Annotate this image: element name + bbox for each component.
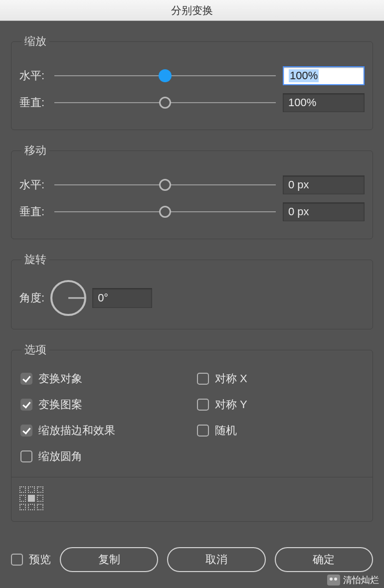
rotate-angle-input[interactable]: 0°: [92, 288, 152, 308]
move-horizontal-thumb[interactable]: [159, 179, 171, 191]
move-vertical-input[interactable]: 0 px: [283, 202, 365, 221]
move-vertical-row: 垂直: 0 px: [19, 201, 365, 223]
scale-horizontal-label: 水平:: [19, 68, 51, 83]
checkbox-icon: [20, 373, 32, 385]
checkbox-transform-objects[interactable]: 变换对象: [20, 371, 187, 386]
scale-vertical-label: 垂直:: [19, 95, 51, 110]
checkbox-icon: [20, 399, 32, 411]
checkbox-icon: [20, 450, 32, 462]
checkbox-preview[interactable]: 预览: [11, 552, 51, 567]
checkbox-icon: [197, 373, 209, 385]
scale-vertical-row: 垂直: 100%: [19, 92, 365, 114]
options-legend: 选项: [21, 342, 49, 357]
checkbox-transform-patterns[interactable]: 变换图案: [20, 397, 187, 412]
scale-horizontal-slider[interactable]: [54, 70, 276, 82]
copy-button[interactable]: 复制: [60, 547, 158, 572]
scale-horizontal-input[interactable]: 100%: [283, 66, 365, 85]
reference-point-selector[interactable]: [19, 486, 43, 510]
move-horizontal-slider[interactable]: [54, 179, 276, 191]
rotate-angle-label: 角度:: [19, 291, 44, 305]
checkbox-icon: [11, 554, 23, 566]
dialog-footer: 预览 复制 取消 确定: [0, 547, 384, 572]
scale-group: 缩放 水平: 100% 垂直: 100%: [11, 34, 373, 130]
checkbox-icon: [20, 425, 32, 437]
move-horizontal-input[interactable]: 0 px: [283, 175, 365, 194]
move-horizontal-row: 水平: 0 px: [19, 174, 365, 196]
checkbox-icon: [197, 425, 209, 437]
move-horizontal-label: 水平:: [19, 177, 51, 192]
checkbox-scale-corners[interactable]: 缩放圆角: [20, 449, 187, 464]
window-title: 分别变换: [171, 3, 213, 17]
wechat-icon: [327, 575, 340, 586]
cancel-button[interactable]: 取消: [167, 547, 265, 572]
move-vertical-slider[interactable]: [54, 206, 276, 218]
scale-horizontal-thumb[interactable]: [159, 69, 172, 82]
scale-legend: 缩放: [21, 34, 49, 49]
checkbox-random[interactable]: 随机: [197, 423, 364, 438]
checkbox-reflect-x[interactable]: 对称 X: [197, 371, 364, 386]
move-group: 移动 水平: 0 px 垂直: 0 px: [11, 143, 373, 239]
rotate-angle-dial[interactable]: [50, 280, 86, 316]
reference-point-center-icon[interactable]: [28, 495, 34, 501]
checkbox-icon: [197, 399, 209, 411]
divider: [11, 477, 373, 477]
scale-vertical-slider[interactable]: [54, 97, 276, 109]
rotate-legend: 旋转: [21, 252, 49, 267]
scale-vertical-input[interactable]: 100%: [283, 93, 365, 112]
ok-button[interactable]: 确定: [275, 547, 373, 572]
scale-horizontal-row: 水平: 100%: [19, 65, 365, 87]
move-legend: 移动: [21, 143, 49, 158]
move-vertical-label: 垂直:: [19, 204, 51, 219]
watermark: 清怡灿烂: [327, 574, 379, 586]
scale-vertical-thumb[interactable]: [159, 97, 171, 109]
rotate-angle-hand-icon: [68, 297, 84, 299]
rotate-group: 旋转 角度: 0°: [11, 252, 373, 329]
checkbox-reflect-y[interactable]: 对称 Y: [197, 397, 364, 412]
checkbox-scale-strokes[interactable]: 缩放描边和效果: [20, 423, 187, 438]
move-vertical-thumb[interactable]: [159, 206, 171, 218]
options-group: 选项 变换对象 对称 X 变换图案 对称 Y 缩放描边和效果: [11, 342, 373, 522]
window-titlebar: 分别变换: [0, 0, 384, 21]
